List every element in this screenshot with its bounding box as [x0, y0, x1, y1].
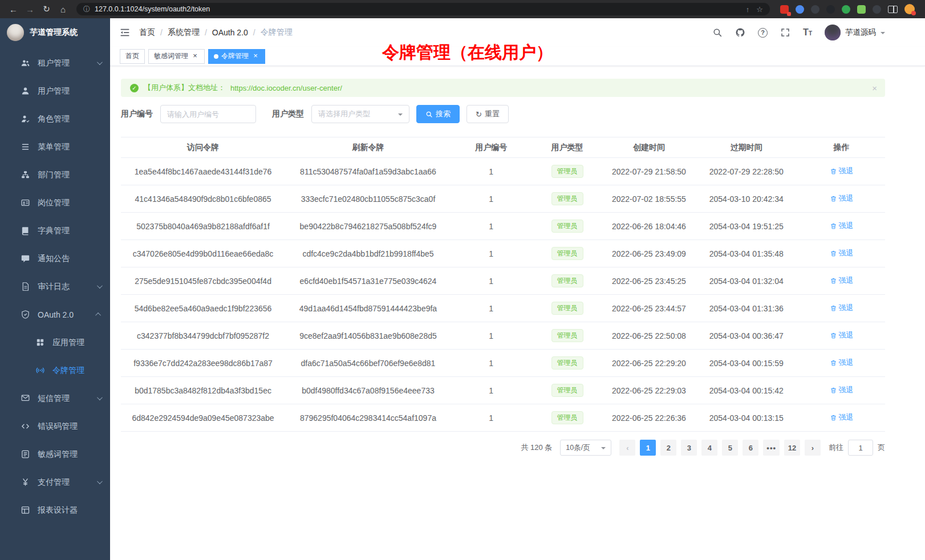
extension-icon[interactable] — [826, 5, 835, 14]
browser-profile-avatar[interactable] — [904, 4, 915, 14]
sidebar-item-post[interactable]: 岗位管理 — [0, 189, 110, 217]
force-logout-button[interactable]: 强退 — [830, 221, 854, 231]
search-button-label: 搜索 — [436, 109, 451, 119]
close-icon[interactable]: × — [251, 52, 259, 60]
menu-fold-icon[interactable] — [119, 27, 131, 38]
alert-close-icon[interactable]: × — [872, 83, 877, 93]
extension-icon[interactable] — [811, 5, 819, 14]
font-size-icon[interactable]: TT — [803, 28, 812, 37]
force-logout-button[interactable]: 强退 — [830, 193, 854, 204]
more-pages-button[interactable]: ••• — [763, 440, 780, 456]
address-bar[interactable]: ⓘ 127.0.0.1:1024/system/oauth2/token ↑ ☆ — [76, 3, 770, 15]
search-icon[interactable] — [712, 27, 723, 38]
sidebar-item-sensitive[interactable]: 敏感词管理 — [0, 440, 110, 468]
force-logout-button[interactable]: 强退 — [830, 330, 854, 340]
tab-split-icon[interactable] — [888, 6, 898, 13]
breadcrumb-item[interactable]: OAuth 2.0 — [212, 28, 248, 37]
user-type-select[interactable]: 请选择用户类型 — [311, 105, 409, 123]
force-logout-button[interactable]: 强退 — [830, 412, 854, 423]
sidebar-item-code[interactable]: 错误码管理 — [0, 412, 110, 440]
tree-icon — [21, 170, 30, 180]
breadcrumb-item[interactable]: 首页 — [139, 27, 155, 38]
sidebar-item-money[interactable]: 支付管理 — [0, 468, 110, 496]
sidebar-item-tree[interactable]: 部门管理 — [0, 161, 110, 189]
bookmark-star-icon[interactable]: ☆ — [756, 5, 763, 14]
extension-icon[interactable] — [780, 5, 789, 14]
auth-icon — [21, 310, 30, 319]
page-button[interactable]: 4 — [701, 440, 717, 456]
breadcrumb-item[interactable]: 系统管理 — [168, 27, 200, 38]
page-size-select[interactable]: 10条/页 — [560, 440, 611, 456]
trash-icon — [830, 277, 837, 285]
tab-bar: 首页敏感词管理×令牌管理× — [110, 47, 925, 66]
cell-created-at: 2022-06-25 23:44:57 — [603, 295, 695, 322]
sms-icon — [21, 393, 30, 403]
close-icon[interactable]: × — [191, 52, 199, 60]
back-icon[interactable]: ← — [6, 2, 21, 17]
fullscreen-icon[interactable] — [780, 27, 790, 38]
page-button[interactable]: 12 — [784, 440, 800, 456]
search-button[interactable]: 搜索 — [416, 105, 460, 123]
cell-expires-at: 2054-03-04 01:32:04 — [695, 267, 798, 295]
sidebar-item-log[interactable]: 审计日志 — [0, 273, 110, 301]
app-logo[interactable]: 芋道管理系统 — [0, 18, 110, 47]
extension-icon[interactable] — [796, 5, 804, 14]
column-header: 用户编号 — [451, 137, 532, 158]
goto-page-input[interactable] — [848, 440, 873, 456]
user-menu[interactable]: 芋道源码 — [825, 25, 885, 40]
sidebar-item-user[interactable]: 用户管理 — [0, 77, 110, 105]
home-icon[interactable]: ⌂ — [55, 2, 71, 17]
page-button[interactable]: 5 — [722, 440, 738, 456]
sidebar-item-sms[interactable]: 短信管理 — [0, 384, 110, 412]
sidebar-item-dict[interactable]: 字典管理 — [0, 217, 110, 245]
cell-user-type: 管理员 — [532, 213, 603, 240]
cell-refresh-token: 49d1aa46d1454fbd87591444423be9fa — [285, 295, 451, 322]
page-button[interactable]: 6 — [743, 440, 758, 456]
next-page-button[interactable]: › — [805, 440, 821, 456]
sidebar-item-message[interactable]: 通知公告 — [0, 245, 110, 273]
force-logout-button[interactable]: 强退 — [830, 303, 854, 313]
trash-icon — [830, 387, 837, 394]
sidebar-item-list[interactable]: 菜单管理 — [0, 133, 110, 161]
sidebar-item-peoples[interactable]: 租户管理 — [0, 49, 110, 77]
force-logout-button[interactable]: 强退 — [830, 358, 854, 368]
tab-item[interactable]: 首页 — [120, 49, 145, 64]
user-id-input[interactable] — [160, 105, 256, 123]
force-logout-button[interactable]: 强退 — [830, 275, 854, 286]
extension-icon[interactable] — [842, 5, 850, 14]
forward-icon[interactable]: → — [22, 2, 38, 17]
sidebar-item-app[interactable]: 应用管理 — [0, 328, 110, 356]
force-logout-button[interactable]: 强退 — [830, 248, 854, 258]
url-text: 127.0.0.1:1024/system/oauth2/token — [95, 5, 741, 13]
extension-icon[interactable] — [857, 5, 866, 14]
page-button[interactable]: 3 — [681, 440, 697, 456]
sidebar-item-role[interactable]: 角色管理 — [0, 105, 110, 133]
table-row: 6d842e2924594de9a09e45e087323abe8796295f… — [121, 404, 885, 432]
sidebar-item-auth[interactable]: OAuth 2.0 — [0, 301, 110, 328]
force-logout-button[interactable]: 强退 — [830, 385, 854, 395]
extension-icon[interactable] — [873, 5, 881, 14]
user-type-tag: 管理员 — [551, 274, 583, 287]
site-info-icon[interactable]: ⓘ — [83, 5, 90, 14]
page-button[interactable]: 2 — [660, 440, 676, 456]
breadcrumb-separator: / — [253, 28, 255, 37]
cell-expires-at: 2022-07-29 22:28:50 — [695, 158, 798, 185]
page-button[interactable]: 1 — [640, 440, 656, 456]
help-icon[interactable]: ? — [758, 28, 768, 38]
sidebar-item-token[interactable]: 令牌管理 — [0, 356, 110, 384]
reload-icon[interactable]: ↻ — [39, 2, 54, 17]
cell-user-type: 管理员 — [532, 350, 603, 377]
prev-page-button[interactable]: ‹ — [619, 440, 635, 456]
share-icon[interactable]: ↑ — [746, 5, 750, 14]
tab-item[interactable]: 敏感词管理× — [148, 49, 205, 64]
reset-button[interactable]: ↻ 重置 — [466, 105, 509, 123]
cell-actions: 强退 — [798, 404, 885, 432]
cell-created-at: 2022-07-02 18:55:55 — [603, 185, 695, 213]
tab-item[interactable]: 令牌管理× — [208, 49, 265, 64]
doc-link[interactable]: https://doc.iocoder.cn/user-center/ — [230, 84, 342, 92]
github-icon[interactable] — [735, 27, 745, 38]
sidebar-item-report[interactable]: 报表设计器 — [0, 496, 110, 524]
force-logout-label: 强退 — [839, 330, 854, 340]
screen: ← → ↻ ⌂ ⓘ 127.0.0.1:1024/system/oauth2/t… — [0, 0, 925, 560]
force-logout-button[interactable]: 强退 — [830, 166, 854, 176]
